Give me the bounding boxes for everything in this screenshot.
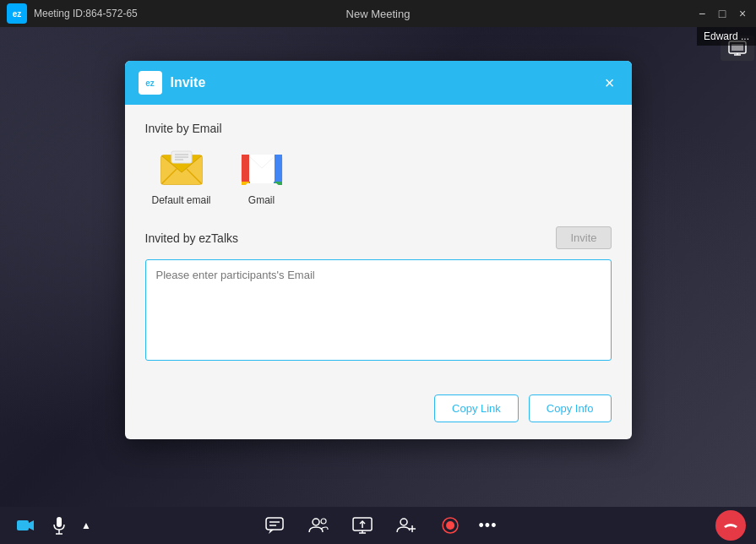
- svg-marker-28: [29, 520, 34, 530]
- modal-overlay: ez Invite × Invite by Email: [0, 27, 756, 507]
- svg-rect-29: [57, 517, 62, 527]
- default-email-option[interactable]: Default email: [152, 149, 211, 206]
- video-button[interactable]: [10, 510, 41, 541]
- svg-point-36: [313, 519, 319, 525]
- window-controls: − □ ×: [695, 7, 749, 20]
- default-email-icon-box: [158, 149, 205, 188]
- email-input[interactable]: [145, 259, 612, 361]
- gmail-icon: [241, 151, 283, 185]
- copy-info-button[interactable]: Copy Info: [529, 394, 612, 422]
- end-call-icon: [722, 520, 739, 531]
- maximize-button[interactable]: □: [715, 7, 729, 20]
- mic-chevron-button[interactable]: ▲: [78, 510, 95, 541]
- window-close-button[interactable]: ×: [736, 7, 749, 20]
- modal-title: Invite: [171, 75, 206, 90]
- modal-header-left: ez Invite: [139, 71, 206, 95]
- chat-icon: [265, 517, 284, 534]
- gmail-icon-box: [238, 149, 286, 188]
- invited-section: Invited by ezTalks Invite: [145, 226, 612, 249]
- toolbar-left: ▲: [10, 510, 95, 541]
- invite-button[interactable]: Invite: [556, 226, 611, 249]
- svg-point-46: [446, 521, 454, 530]
- toolbar-center: •••: [259, 510, 498, 541]
- chat-button[interactable]: [259, 510, 290, 541]
- gmail-label: Gmail: [248, 194, 275, 206]
- titlebar: ez Meeting ID:864-572-65 New Meeting − □…: [0, 0, 756, 27]
- svg-point-42: [400, 519, 407, 525]
- mic-icon: [52, 516, 66, 535]
- invite-by-email-title: Invite by Email: [145, 122, 612, 135]
- add-user-icon: [396, 517, 416, 534]
- invited-by-title: Invited by ezTalks: [145, 231, 239, 245]
- copy-link-button[interactable]: Copy Link: [434, 394, 519, 422]
- default-email-icon: [160, 150, 204, 186]
- video-icon: [16, 519, 35, 532]
- modal-close-button[interactable]: ×: [601, 74, 618, 91]
- minimize-button[interactable]: −: [695, 7, 709, 20]
- app-logo: ez: [7, 3, 27, 24]
- svg-rect-23: [275, 155, 282, 182]
- modal-footer: Copy Link Copy Info: [125, 384, 632, 439]
- email-options: Default email: [145, 149, 612, 206]
- add-user-button[interactable]: [391, 510, 422, 541]
- invite-modal: ez Invite × Invite by Email: [125, 61, 632, 439]
- svg-rect-32: [266, 518, 283, 530]
- share-screen-icon: [352, 517, 373, 534]
- mic-button[interactable]: [44, 510, 74, 541]
- end-call-button[interactable]: [715, 510, 746, 541]
- modal-header: ez Invite ×: [125, 61, 632, 105]
- svg-rect-27: [17, 520, 29, 530]
- modal-logo: ez: [139, 71, 162, 95]
- svg-point-37: [321, 519, 326, 524]
- window-title: New Meeting: [346, 8, 411, 20]
- svg-rect-22: [242, 155, 249, 182]
- record-icon: [441, 516, 460, 535]
- participants-button[interactable]: [303, 510, 334, 541]
- modal-body: Invite by Email: [125, 105, 632, 384]
- toolbar: ▲: [0, 507, 756, 544]
- record-button[interactable]: [435, 510, 465, 541]
- default-email-label: Default email: [152, 194, 211, 206]
- titlebar-left: ez Meeting ID:864-572-65: [7, 3, 138, 24]
- gmail-option[interactable]: Gmail: [238, 149, 286, 206]
- meeting-id: Meeting ID:864-572-65: [34, 8, 138, 19]
- toolbar-right: [715, 510, 746, 541]
- participants-icon: [308, 517, 329, 534]
- share-screen-button[interactable]: [347, 510, 378, 541]
- more-options-button[interactable]: •••: [479, 517, 498, 535]
